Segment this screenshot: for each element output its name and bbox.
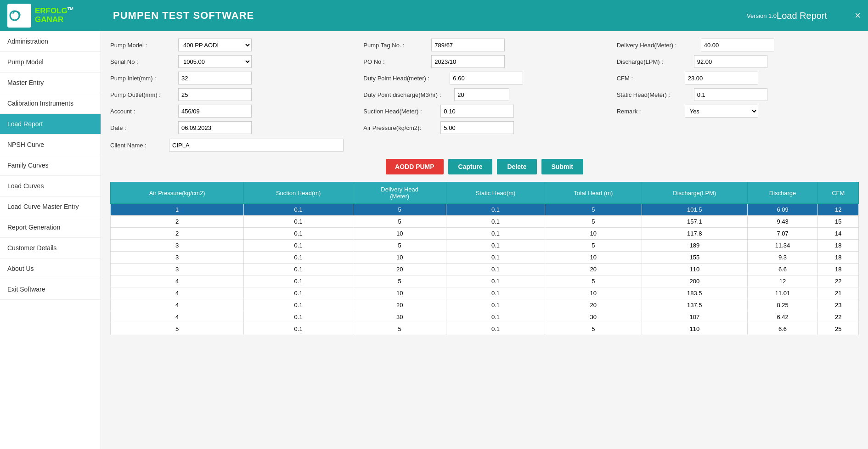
content-area: Pump Model : 400 PP AODI Serial No : 100… xyxy=(101,31,868,449)
static-head-label: Static Head(Meter) : xyxy=(617,91,690,98)
remark-label: Remark : xyxy=(617,108,681,115)
air-pressure-label: Air Pressure(kg/cm2): xyxy=(363,124,437,131)
sidebar-item-pump-model[interactable]: Pump Model xyxy=(0,52,101,73)
pump-tag-label: Pump Tag No. : xyxy=(363,42,428,49)
date-label: Date : xyxy=(110,124,175,131)
col-discharge-lpm: Discharge(LPM) xyxy=(642,182,747,204)
sidebar-item-administration[interactable]: Administration xyxy=(0,31,101,52)
cfm-label: CFM : xyxy=(617,75,681,82)
duty-point-discharge-row: Duty Point discharge(M3/hr) : xyxy=(363,88,605,101)
duty-point-discharge-label: Duty Point discharge(M3/hr) : xyxy=(363,91,451,98)
header: ERFOLGTM GANAR PUMPEN TEST SOFTWARE Vers… xyxy=(0,0,868,31)
po-no-row: PO No : xyxy=(363,55,605,68)
version-text: Version 1.0 xyxy=(747,12,777,19)
po-no-label: PO No : xyxy=(363,58,428,65)
col-suction-head: Suction Head(m) xyxy=(244,182,353,204)
duty-point-head-input[interactable] xyxy=(450,72,523,84)
serial-no-row: Serial No : 1005.00 xyxy=(110,55,352,68)
pump-inlet-input[interactable] xyxy=(178,72,252,84)
svg-point-0 xyxy=(10,11,19,20)
pump-inlet-row: Pump Inlet(mm) : xyxy=(110,72,352,84)
logo-area: ERFOLGTM GANAR xyxy=(7,4,108,28)
duty-point-head-row: Duty Point Head(meter) : xyxy=(363,72,605,84)
pump-tag-input[interactable] xyxy=(431,39,505,51)
table-row[interactable]: 30.1200.1201106.618 xyxy=(111,264,859,275)
delete-button[interactable]: Delete xyxy=(497,159,536,174)
pump-model-row: Pump Model : 400 PP AODI xyxy=(110,39,352,51)
discharge-lpm-label: Discharge(LPM) : xyxy=(617,58,690,65)
table-row[interactable]: 20.150.15157.19.4315 xyxy=(111,216,859,228)
col-static-head: Static Head(m) xyxy=(446,182,545,204)
discharge-lpm-row: Discharge(LPM) : xyxy=(617,55,859,68)
sidebar-item-load-curves[interactable]: Load Curves xyxy=(0,176,101,196)
air-pressure-input[interactable] xyxy=(440,121,514,134)
sidebar-item-about-us[interactable]: About Us xyxy=(0,258,101,279)
close-button[interactable]: × xyxy=(855,10,861,22)
air-pressure-row: Air Pressure(kg/cm2): xyxy=(363,121,605,134)
client-name-input[interactable] xyxy=(169,139,344,152)
pump-outlet-row: Pump Outlet(mm) : xyxy=(110,88,352,101)
sidebar-item-exit-software[interactable]: Exit Software xyxy=(0,279,101,300)
client-name-label: Client Name : xyxy=(110,142,165,149)
submit-button[interactable]: Submit xyxy=(541,159,583,174)
table-row[interactable]: 20.1100.110117.87.0714 xyxy=(111,228,859,240)
col-cfm: CFM xyxy=(818,182,859,204)
col-total-head: Total Head (m) xyxy=(545,182,642,204)
delivery-head-input[interactable] xyxy=(701,39,774,51)
account-row: Account : xyxy=(110,105,352,118)
duty-point-head-label: Duty Point Head(meter) : xyxy=(363,75,446,82)
table-row[interactable]: 40.1200.120137.58.2523 xyxy=(111,299,859,311)
pump-tag-row: Pump Tag No. : xyxy=(363,39,605,51)
cfm-input[interactable] xyxy=(685,72,758,84)
table-row[interactable]: 10.150.15101.56.0912 xyxy=(111,204,859,216)
suction-head-row: Suction Head(Meter) : xyxy=(363,105,605,118)
table-row[interactable]: 30.150.1518911.3418 xyxy=(111,240,859,252)
pump-inlet-label: Pump Inlet(mm) : xyxy=(110,75,175,82)
cfm-row: CFM : xyxy=(617,72,859,84)
serial-no-select[interactable]: 1005.00 xyxy=(178,55,252,68)
logo-icon xyxy=(7,4,31,28)
sidebar-item-master-entry[interactable]: Master Entry xyxy=(0,73,101,93)
table-row[interactable]: 50.150.151106.625 xyxy=(111,323,859,335)
pump-outlet-input[interactable] xyxy=(178,88,252,101)
sidebar-item-calibration-instruments[interactable]: Calibration Instruments xyxy=(0,93,101,114)
serial-no-label: Serial No : xyxy=(110,58,175,65)
account-input[interactable] xyxy=(178,105,252,118)
static-head-input[interactable] xyxy=(694,88,767,101)
suction-head-input[interactable] xyxy=(440,105,514,118)
client-name-row: Client Name : xyxy=(110,139,859,152)
table-row[interactable]: 40.150.152001222 xyxy=(111,275,859,287)
sidebar: Administration Pump Model Master Entry C… xyxy=(0,31,101,449)
sidebar-item-report-generation[interactable]: Report Generation xyxy=(0,217,101,238)
logo-text: ERFOLGTM GANAR xyxy=(35,7,73,24)
sidebar-item-load-report[interactable]: Load Report xyxy=(0,114,101,135)
col-discharge: Discharge xyxy=(747,182,818,204)
capture-button[interactable]: Capture xyxy=(448,159,493,174)
main-layout: Administration Pump Model Master Entry C… xyxy=(0,31,868,449)
remark-select[interactable]: Yes No xyxy=(685,105,758,118)
delivery-head-label: Delivery Head(Meter) : xyxy=(617,42,697,49)
table-row[interactable]: 40.1300.1301076.4222 xyxy=(111,311,859,323)
sidebar-item-family-curves[interactable]: Family Curves xyxy=(0,155,101,176)
sidebar-item-load-curve-master-entry[interactable]: Load Curve Master Entry xyxy=(0,196,101,217)
date-input[interactable] xyxy=(178,121,252,134)
header-report-title: Load Report xyxy=(777,11,827,21)
duty-point-discharge-input[interactable] xyxy=(454,88,509,101)
col-delivery-head: Delivery Head(Meter) xyxy=(353,182,446,204)
button-row: AODD PUMP Capture Delete Submit xyxy=(110,159,859,174)
table-row[interactable]: 30.1100.1101559.318 xyxy=(111,252,859,264)
po-no-input[interactable] xyxy=(431,55,505,68)
discharge-lpm-input[interactable] xyxy=(694,55,767,68)
sidebar-item-npsh-curve[interactable]: NPSH Curve xyxy=(0,135,101,155)
pump-model-select[interactable]: 400 PP AODI xyxy=(178,39,252,51)
sidebar-item-customer-details[interactable]: Customer Details xyxy=(0,238,101,258)
pump-outlet-label: Pump Outlet(mm) : xyxy=(110,91,175,98)
table-row[interactable]: 40.1100.110183.511.0121 xyxy=(111,287,859,299)
pump-model-label: Pump Model : xyxy=(110,42,175,49)
suction-head-label: Suction Head(Meter) : xyxy=(363,108,437,115)
static-head-row: Static Head(Meter) : xyxy=(617,88,859,101)
remark-row: Remark : Yes No xyxy=(617,105,859,118)
col-air-pressure: Air Pressure(kg/cm2) xyxy=(111,182,244,204)
add-pump-button[interactable]: AODD PUMP xyxy=(386,159,444,174)
account-label: Account : xyxy=(110,108,175,115)
